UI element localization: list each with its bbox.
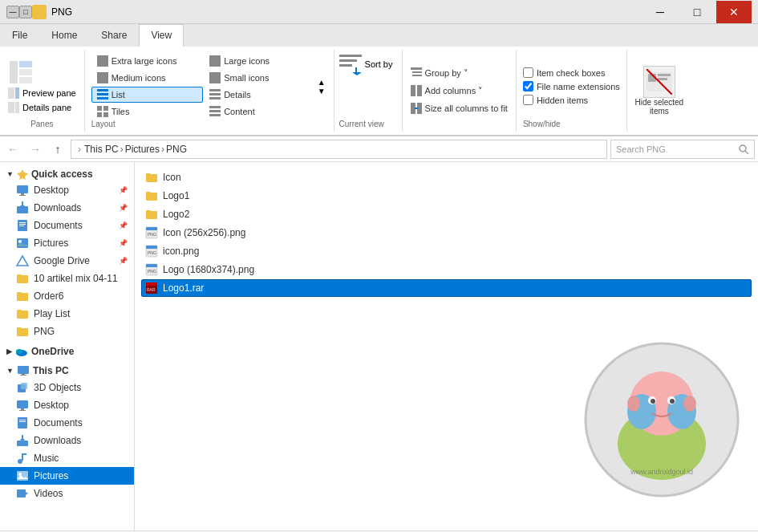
onedrive-header[interactable]: ▶ OneDrive [0, 343, 134, 359]
sidebar-item-desktop[interactable]: Desktop 📌 [0, 181, 134, 199]
address-path[interactable]: › This PC › Pictures › PNG [71, 140, 607, 159]
hide-selected-btn[interactable]: Hide selected items [627, 50, 691, 132]
folder-icon-icon [145, 171, 158, 184]
sidebar-item-10artikel[interactable]: 10 artikel mix 04-11 [0, 270, 134, 287]
png-icon256-icon: PNG [145, 226, 158, 239]
tab-share[interactable]: Share [89, 24, 139, 47]
file-item-logo1680[interactable]: PNG Logo (1680x374).png [141, 261, 752, 278]
group-by-btn[interactable]: Group by ˅ [407, 66, 511, 80]
ribbon-content: Preview pane Details pane Panes Extra la… [0, 47, 758, 136]
file-item-logo1-folder[interactable]: Logo1 [141, 187, 752, 205]
svg-rect-73 [19, 421, 26, 422]
window-close-btn[interactable]: ✕ [716, 1, 752, 23]
sidebar-item-pc-videos[interactable]: Videos [0, 485, 134, 502]
sidebar-item-playlist[interactable]: Play List [0, 305, 134, 323]
navigation-pane-btn[interactable] [6, 59, 35, 85]
nav-back-btn[interactable]: ← [3, 140, 22, 159]
layout-extra-large[interactable]: Extra large icons [91, 53, 204, 69]
sidebar-png-label: PNG [34, 326, 55, 337]
layout-content[interactable]: Content [204, 104, 316, 120]
layout-list[interactable]: List [91, 87, 204, 103]
tab-view[interactable]: View [139, 24, 184, 47]
file-logo1680-name: Logo (1680x374).png [163, 264, 254, 275]
size-columns-icon [411, 103, 422, 114]
path-this-pc[interactable]: This PC [84, 144, 119, 155]
svg-rect-27 [339, 64, 352, 67]
layout-details[interactable]: Details [204, 87, 316, 103]
window-minimize-btn[interactable]: ─ [642, 1, 678, 23]
file-item-logo1rar[interactable]: RAR Logo1.rar [141, 279, 752, 297]
layout-large[interactable]: Large icons [204, 53, 316, 69]
window-maximize-btn[interactable]: □ [679, 1, 715, 23]
file-icon-name: Icon [163, 172, 181, 183]
file-name-extensions-checkbox[interactable] [523, 81, 533, 91]
svg-rect-72 [19, 420, 26, 420]
svg-rect-13 [97, 93, 108, 95]
tab-file[interactable]: File [0, 24, 39, 47]
title-maximize[interactable]: □ [19, 6, 32, 18]
details-pane-btn[interactable]: Details pane [6, 101, 78, 114]
sidebar-item-pc-pictures[interactable]: Pictures [0, 467, 134, 485]
sidebar-downloads-label: Downloads [34, 202, 81, 213]
svg-rect-24 [209, 114, 221, 116]
file-name-extensions-toggle[interactable]: File name extensions [523, 81, 620, 91]
hidden-items-checkbox[interactable] [523, 95, 533, 105]
sidebar-item-png-folder[interactable]: PNG [0, 323, 134, 340]
sidebar-item-pc-music[interactable]: Music [0, 449, 134, 467]
layout-scroll-up[interactable]: ▲ [318, 78, 326, 87]
sidebar-item-pc-desktop[interactable]: Desktop [0, 396, 134, 414]
file-item-icon256[interactable]: PNG Icon (256x256).png [141, 224, 752, 242]
title-minimize[interactable]: — [6, 6, 19, 18]
add-columns-btn[interactable]: Add columns ˅ [407, 83, 511, 98]
hide-selected-icon [643, 66, 675, 98]
svg-rect-41 [658, 78, 667, 80]
onedrive-arrow: ▶ [6, 347, 12, 355]
quick-access-header[interactable]: ▼ Quick access [0, 167, 134, 181]
layout-scroll-down[interactable]: ▼ [318, 87, 326, 95]
sidebar-item-3dobjects[interactable]: 3D Objects [0, 379, 134, 396]
navigation-pane-icon [6, 59, 35, 85]
layout-small[interactable]: Small icons [204, 70, 316, 86]
path-pictures[interactable]: Pictures [125, 144, 160, 155]
onedrive-icon [15, 345, 28, 358]
nav-up-btn[interactable]: ↑ [48, 140, 67, 159]
svg-rect-4 [8, 87, 14, 99]
file-item-logo2-folder[interactable]: Logo2 [141, 205, 752, 223]
sidebar-item-order6[interactable]: Order6 [0, 287, 134, 305]
svg-rect-19 [103, 106, 108, 111]
png-logo1680-icon: PNG [145, 263, 158, 276]
sidebar-item-pictures[interactable]: Pictures 📌 [0, 234, 134, 252]
3dobjects-icon [16, 381, 29, 394]
svg-rect-56 [19, 225, 24, 226]
svg-point-105 [670, 399, 675, 404]
svg-rect-7 [15, 102, 19, 113]
svg-rect-37 [415, 108, 418, 109]
sidebar-item-google-drive[interactable]: Google Drive 📌 [0, 252, 134, 270]
preview-pane-icon [8, 87, 19, 99]
svg-rect-20 [97, 112, 102, 117]
file-item-icon-folder[interactable]: Icon [141, 169, 752, 186]
layout-medium[interactable]: Medium icons [91, 70, 204, 86]
search-box[interactable]: Search PNG [610, 140, 755, 159]
layout-tiles[interactable]: Tiles [91, 104, 204, 120]
sidebar-item-pc-downloads[interactable]: Downloads [0, 432, 134, 449]
path-png[interactable]: PNG [166, 144, 187, 155]
hidden-items-toggle[interactable]: Hidden items [523, 95, 620, 105]
svg-rect-68 [17, 400, 28, 408]
item-check-boxes-checkbox[interactable] [523, 67, 533, 78]
svg-rect-57 [17, 238, 28, 248]
sidebar-item-pc-documents[interactable]: Documents [0, 414, 134, 432]
file-item-iconpng[interactable]: PNG icon.png [141, 242, 752, 260]
preview-pane-btn[interactable]: Preview pane [6, 87, 78, 99]
tab-home[interactable]: Home [39, 24, 89, 47]
svg-rect-31 [412, 71, 422, 73]
item-check-boxes-toggle[interactable]: Item check boxes [523, 67, 620, 78]
nav-forward-btn[interactable]: → [26, 140, 45, 159]
size-all-columns-btn[interactable]: Size all columns to fit [407, 101, 511, 116]
svg-marker-29 [352, 72, 362, 75]
sidebar-item-documents[interactable]: Documents 📌 [0, 217, 134, 234]
path-arrow-1: › [78, 144, 81, 155]
thispc-header[interactable]: ▼ This PC [0, 363, 134, 379]
documents-pin: 📌 [119, 221, 128, 229]
sidebar-item-downloads[interactable]: Downloads 📌 [0, 199, 134, 217]
